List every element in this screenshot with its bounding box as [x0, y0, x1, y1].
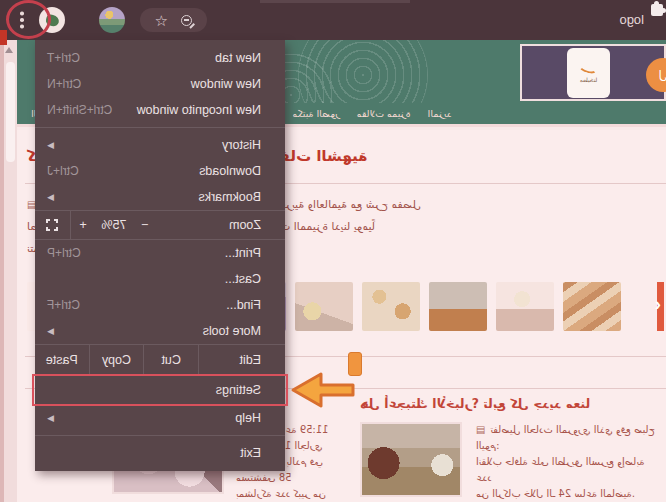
zoom-value: 75%: [95, 218, 133, 232]
news-section-heading: هل أعجبتك الأخبار؟ تابع كل جديد معنا: [360, 396, 630, 411]
submenu-arrow-icon: ▶: [47, 326, 54, 336]
menu-separator: [35, 435, 285, 436]
brand-panel: مطبخنا: [520, 44, 666, 101]
paste-button[interactable]: Paste: [35, 345, 90, 374]
logo-swoosh-icon: [578, 61, 599, 75]
profile-avatar-landscape[interactable]: [99, 7, 125, 33]
vertical-scrollbar[interactable]: [0, 40, 17, 502]
menu-item-settings[interactable]: Settings: [35, 377, 285, 403]
menu-item-find[interactable]: Find...Ctrl+F: [35, 292, 285, 318]
menu-item-new-incognito-window[interactable]: New Incognito windowCtrl+Shift+N: [35, 97, 285, 123]
menu-item-new-tab[interactable]: New tabCtrl+T: [35, 45, 285, 71]
zoom-magnifier-icon[interactable]: [181, 15, 192, 26]
chevron-icon: ‹: [655, 293, 661, 315]
thumbnail-food-closeup[interactable]: [563, 282, 621, 331]
menu-item-new-window[interactable]: New windowCtrl+N: [35, 71, 285, 97]
bookmark-star-icon[interactable]: ☆: [155, 13, 168, 28]
tab-seam: [260, 0, 410, 3]
copy-button[interactable]: Copy: [90, 345, 145, 374]
article-text: ▤تفاصيل الحادث المروري الذي وقع صباح الي…: [476, 422, 660, 502]
list-icon: ▤: [476, 424, 485, 435]
submenu-arrow-icon: ▶: [47, 192, 54, 202]
thumbnail-kitchen[interactable]: [496, 282, 554, 331]
settings-pointer-arrow: [290, 370, 356, 410]
menu-item-help[interactable]: Help▶: [35, 405, 285, 431]
chrome-menu: New tabCtrl+T New windowCtrl+N New Incog…: [35, 40, 285, 471]
news-article-accident[interactable]: ▤تفاصيل الحادث المروري الذي وقع صباح الي…: [360, 422, 660, 502]
browser-toolbar: logo ☆: [0, 0, 666, 40]
thumbnail-people-office[interactable]: [429, 282, 487, 331]
nav-item-articles[interactable]: مقالات مميزة: [357, 108, 411, 119]
nav-item-more[interactable]: المزيد: [428, 108, 452, 119]
cut-button[interactable]: Cut: [144, 345, 199, 374]
scrollbar-up-arrow[interactable]: [5, 47, 13, 53]
tab-title: logo: [619, 12, 644, 27]
red-corner-marker: [0, 30, 7, 45]
extensions-puzzle-icon[interactable]: [648, 0, 666, 18]
site-logo[interactable]: مطبخنا: [567, 48, 610, 98]
scrollbar-edge: [0, 40, 4, 502]
omnibox-pill[interactable]: ☆: [140, 8, 207, 32]
fullscreen-button[interactable]: [35, 210, 71, 240]
menu-button-highlight-ellipse: [6, 0, 51, 39]
menu-item-more-tools[interactable]: More tools▶: [35, 318, 285, 344]
carousel-next-button[interactable]: ‹: [646, 282, 664, 331]
thumbnail-woman-flowers[interactable]: [295, 282, 353, 331]
submenu-arrow-icon: ▶: [47, 413, 54, 423]
menu-item-history[interactable]: History▶: [35, 132, 285, 158]
menu-item-exit[interactable]: Exit: [35, 440, 285, 466]
menu-item-downloads[interactable]: DownloadsCtrl+J: [35, 158, 285, 184]
menu-item-print[interactable]: Print...Ctrl+P: [35, 240, 285, 266]
menu-zoom-row: Zoom − 75% +: [35, 210, 285, 240]
menu-edit-row: Edit Cut Copy Paste: [35, 344, 285, 374]
submenu-arrow-icon: ▶: [47, 140, 54, 150]
logo-text: مطبخنا: [580, 76, 597, 83]
menu-separator: [35, 127, 285, 128]
thumbnail-food-table[interactable]: [362, 282, 420, 331]
menu-item-cast[interactable]: Cast...: [35, 266, 285, 292]
zoom-out-button[interactable]: −: [133, 218, 157, 232]
mirrored-screenshot: مطبخنا ل الرئيسية من نحن آخر الأخبار توا…: [0, 0, 666, 502]
accident-photo[interactable]: [360, 422, 462, 497]
fullscreen-icon: [47, 219, 59, 231]
zoom-in-button[interactable]: +: [71, 218, 95, 232]
menu-item-bookmarks[interactable]: Bookmarks▶: [35, 184, 285, 210]
zoom-label: Zoom: [229, 218, 285, 232]
edit-label: Edit: [199, 345, 285, 374]
scrollbar-thumb[interactable]: [6, 62, 15, 162]
nav-item-gallery[interactable]: مكتبة الصور: [292, 108, 339, 119]
